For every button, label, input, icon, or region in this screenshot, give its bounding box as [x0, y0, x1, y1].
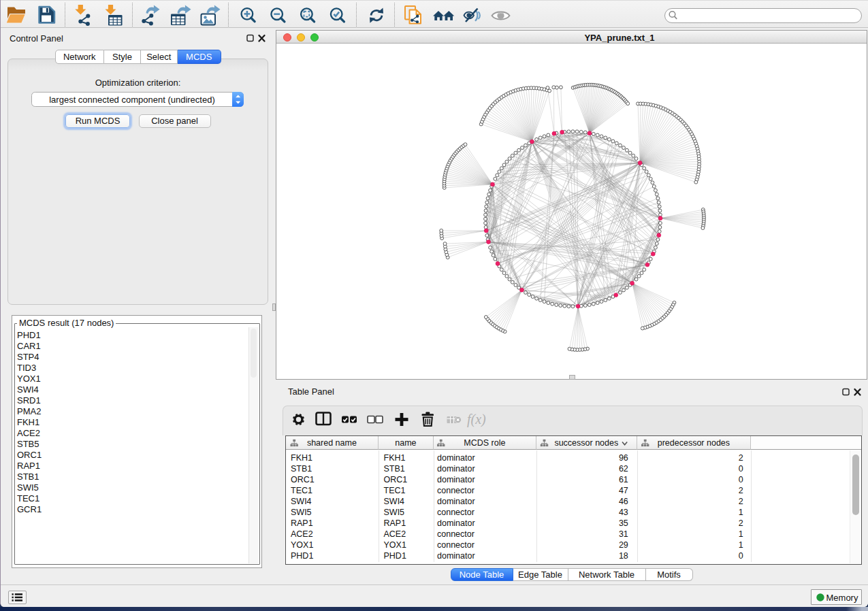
svg-text:f(x): f(x) [467, 412, 486, 427]
